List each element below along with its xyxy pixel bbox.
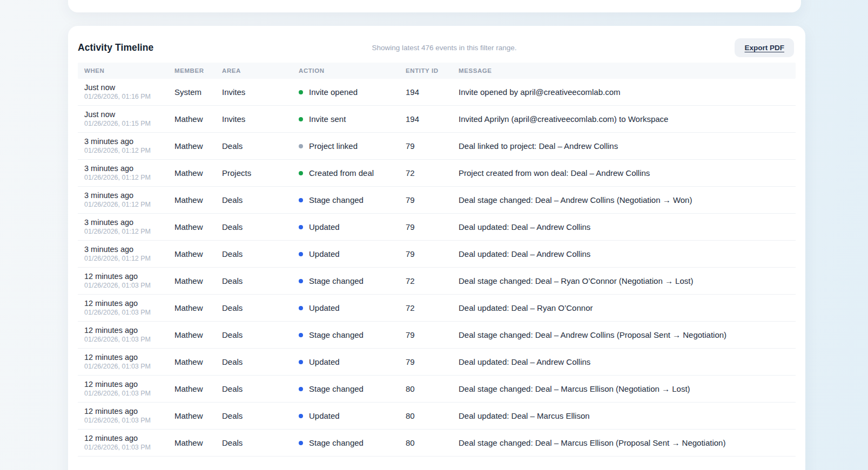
area-cell: Deals: [216, 411, 292, 420]
when-relative-label: 12 minutes ago: [84, 406, 168, 416]
export-pdf-button[interactable]: Export PDF: [735, 38, 794, 57]
action-cell: Updated: [292, 222, 399, 231]
entity-id-cell: 72: [399, 303, 452, 312]
when-exact-timestamp: 01/26/2026, 01:12 PM: [84, 200, 168, 209]
when-exact-timestamp: 01/26/2026, 01:03 PM: [84, 389, 168, 398]
message-cell: Deal stage changed: Deal – Ryan O’Connor…: [452, 276, 796, 285]
message-cell: Deal stage changed: Deal – Marcus Elliso…: [452, 384, 796, 393]
when-cell: 3 minutes ago 01/26/2026, 01:12 PM: [78, 217, 168, 236]
when-exact-timestamp: 01/26/2026, 01:03 PM: [84, 281, 168, 290]
action-label: Updated: [309, 357, 340, 366]
column-header-when: When: [78, 67, 168, 74]
action-status-dot: [299, 198, 303, 202]
column-header-entity-id: Entity ID: [399, 67, 452, 74]
when-exact-timestamp: 01/26/2026, 01:03 PM: [84, 443, 168, 452]
action-label: Updated: [309, 303, 340, 312]
activity-table-header-row: When Member Area Action Entity ID Messag…: [78, 63, 796, 79]
column-header-action: Action: [292, 67, 399, 74]
action-status-dot: [299, 90, 303, 94]
when-exact-timestamp: 01/26/2026, 01:12 PM: [84, 227, 168, 236]
when-cell: 12 minutes ago 01/26/2026, 01:03 PM: [78, 271, 168, 290]
when-cell: 3 minutes ago 01/26/2026, 01:12 PM: [78, 137, 168, 155]
when-exact-timestamp: 01/26/2026, 01:03 PM: [84, 362, 168, 371]
action-cell: Invite sent: [292, 114, 399, 124]
action-label: Updated: [309, 222, 340, 231]
action-status-dot: [299, 333, 303, 337]
message-cell: Invite opened by april@creativeecomlab.c…: [452, 87, 796, 97]
message-cell: Project created from won deal: Deal – An…: [452, 168, 796, 178]
message-cell: Deal updated: Deal – Andrew Collins: [452, 222, 796, 231]
action-status-dot: [299, 171, 303, 175]
column-header-area: Area: [216, 67, 292, 74]
column-header-message: Message: [452, 67, 796, 74]
action-cell: Updated: [292, 249, 399, 258]
entity-id-cell: 194: [399, 114, 452, 124]
action-status-dot: [299, 117, 303, 121]
table-row: 12 minutes ago 01/26/2026, 01:03 PM Math…: [78, 403, 796, 430]
action-cell: Stage changed: [292, 384, 399, 393]
when-relative-label: 3 minutes ago: [84, 217, 168, 227]
when-relative-label: 12 minutes ago: [84, 271, 168, 281]
action-label: Created from deal: [309, 168, 374, 178]
when-cell: 12 minutes ago 01/26/2026, 01:03 PM: [78, 352, 168, 371]
entity-id-cell: 79: [399, 330, 452, 339]
area-cell: Deals: [216, 276, 292, 285]
message-cell: Deal updated: Deal – Marcus Ellison: [452, 411, 796, 420]
message-cell: Deal stage changed: Deal – Andrew Collin…: [452, 330, 796, 339]
member-cell: Mathew: [168, 276, 216, 285]
entity-id-cell: 79: [399, 141, 452, 151]
when-exact-timestamp: 01/26/2026, 01:16 PM: [84, 92, 168, 101]
member-cell: Mathew: [168, 303, 216, 312]
action-cell: Stage changed: [292, 330, 399, 339]
entity-id-cell: 72: [399, 168, 452, 178]
member-cell: Mathew: [168, 357, 216, 366]
action-status-dot: [299, 387, 303, 391]
action-status-dot: [299, 144, 303, 148]
page-title: Activity Timeline: [78, 42, 153, 53]
when-cell: 3 minutes ago 01/26/2026, 01:12 PM: [78, 244, 168, 263]
action-status-dot: [299, 252, 303, 256]
entity-id-cell: 80: [399, 384, 452, 393]
activity-timeline-header: Activity Timeline Showing latest 476 eve…: [68, 26, 805, 63]
action-status-dot: [299, 306, 303, 310]
action-label: Updated: [309, 249, 340, 258]
table-row: 3 minutes ago 01/26/2026, 01:12 PM Mathe…: [78, 160, 796, 187]
member-cell: Mathew: [168, 411, 216, 420]
table-row: 12 minutes ago 01/26/2026, 01:03 PM Math…: [78, 322, 796, 349]
action-cell: Stage changed: [292, 276, 399, 285]
area-cell: Projects: [216, 168, 292, 178]
table-row: 12 minutes ago 01/26/2026, 01:03 PM Math…: [78, 376, 796, 403]
activity-timeline-card: Activity Timeline Showing latest 476 eve…: [68, 26, 805, 470]
entity-id-cell: 72: [399, 276, 452, 285]
when-relative-label: 12 minutes ago: [84, 352, 168, 362]
entity-id-cell: 79: [399, 249, 452, 258]
action-status-dot: [299, 225, 303, 229]
member-cell: Mathew: [168, 141, 216, 151]
events-count-summary: Showing latest 476 events in this filter…: [153, 44, 735, 52]
message-cell: Invited Aprilyn (april@creativeecomlab.c…: [452, 114, 796, 124]
entity-id-cell: 194: [399, 87, 452, 97]
when-relative-label: 3 minutes ago: [84, 137, 168, 146]
action-cell: Stage changed: [292, 438, 399, 447]
action-cell: Updated: [292, 357, 399, 366]
action-status-dot: [299, 441, 303, 445]
member-cell: Mathew: [168, 168, 216, 178]
action-label: Stage changed: [309, 438, 364, 447]
when-exact-timestamp: 01/26/2026, 01:12 PM: [84, 173, 168, 182]
member-cell: Mathew: [168, 195, 216, 205]
action-label: Stage changed: [309, 276, 364, 285]
action-label: Invite sent: [309, 114, 346, 124]
entity-id-cell: 79: [399, 195, 452, 205]
when-relative-label: 3 minutes ago: [84, 244, 168, 254]
action-label: Stage changed: [309, 195, 364, 205]
when-relative-label: 12 minutes ago: [84, 379, 168, 389]
when-cell: 3 minutes ago 01/26/2026, 01:12 PM: [78, 164, 168, 182]
action-cell: Project linked: [292, 141, 399, 151]
previous-card-partial: [68, 0, 801, 12]
when-relative-label: 3 minutes ago: [84, 164, 168, 173]
entity-id-cell: 80: [399, 438, 452, 447]
member-cell: Mathew: [168, 330, 216, 339]
area-cell: Deals: [216, 357, 292, 366]
area-cell: Deals: [216, 303, 292, 312]
action-label: Stage changed: [309, 384, 364, 393]
